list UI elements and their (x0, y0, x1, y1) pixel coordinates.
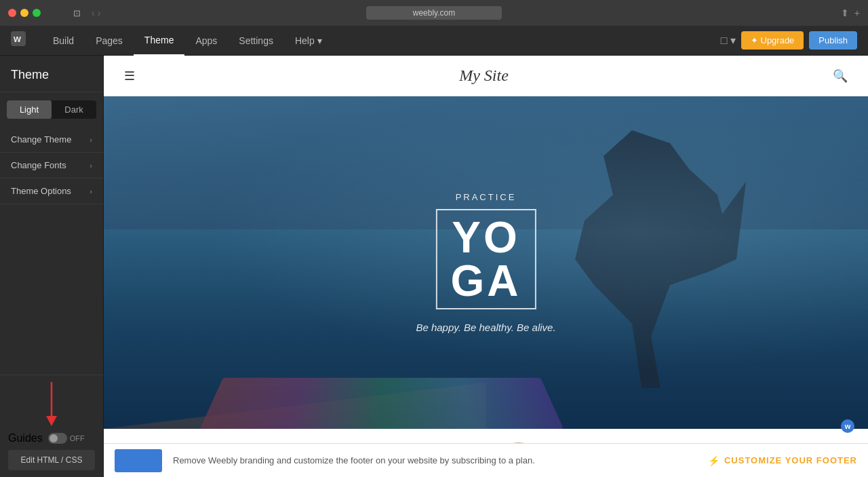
footer-promo-text: Remove Weebly branding and customize the… (173, 455, 697, 465)
footer-promo-bar: Remove Weebly branding and customize the… (104, 443, 868, 477)
theme-options-item[interactable]: Theme Options › (0, 178, 103, 204)
nav-help[interactable]: Help ▾ (284, 26, 333, 56)
upgrade-button[interactable]: ✦ Upgrade (741, 31, 804, 50)
nav-build[interactable]: Build (42, 26, 85, 56)
chevron-right-icon: › (90, 161, 92, 170)
guides-toggle[interactable]: OFF (48, 433, 85, 444)
chevron-right-icon: › (90, 136, 92, 144)
appbar-right: □ ▾ ✦ Upgrade Publish (721, 31, 857, 50)
change-fonts-item[interactable]: Change Fonts › (0, 153, 103, 178)
hero-practice-label: PRACTICE (416, 192, 555, 202)
nav-apps[interactable]: Apps (184, 26, 228, 56)
theme-light-button[interactable]: Light (7, 100, 52, 119)
traffic-lights (8, 9, 41, 17)
navigation-arrows: ‹ › (92, 7, 100, 18)
toggle-dot[interactable] (48, 433, 67, 444)
customize-footer-label: CUSTOMIZE YOUR FOOTER (724, 455, 857, 465)
forward-button[interactable]: › (98, 7, 101, 18)
sidebar-menu: Change Theme › Change Fonts › Theme Opti… (0, 127, 103, 375)
svg-text:w: w (13, 33, 21, 44)
toggle-off-label: OFF (70, 434, 85, 442)
sidebar: Theme Light Dark Change Theme › Change F… (0, 56, 104, 477)
weebly-logo: w (11, 31, 26, 50)
url-bar[interactable]: weebly.com (366, 6, 502, 20)
svg-marker-3 (46, 416, 57, 426)
sidebar-title: Theme (0, 56, 103, 92)
appbar: w Build Pages Theme Apps Settings Help ▾… (0, 26, 868, 56)
sidebar-bottom: Guides OFF Edit HTML / CSS (0, 375, 103, 477)
titlebar-actions: ⬆ + (841, 7, 860, 18)
change-fonts-label: Change Fonts (11, 160, 66, 170)
theme-options-label: Theme Options (11, 186, 71, 196)
theme-dark-button[interactable]: Dark (52, 100, 96, 119)
hero-section: PRACTICE YOGA Be happy. Be healthy. Be a… (104, 96, 868, 429)
site-logo: My Site (459, 66, 509, 85)
add-tab-icon[interactable]: + (854, 7, 860, 18)
share-icon[interactable]: ⬆ (841, 7, 849, 18)
guides-label: Guides (8, 432, 43, 444)
titlebar-center: weebly.com (366, 6, 502, 20)
customize-footer-button[interactable]: ⚡ CUSTOMIZE YOUR FOOTER (708, 455, 857, 466)
sidebar-toggle-icon[interactable]: ⊡ (73, 8, 81, 18)
close-window-button[interactable] (8, 9, 16, 17)
nav-settings[interactable]: Settings (228, 26, 284, 56)
site-header: ☰ My Site 🔍 (104, 56, 868, 96)
titlebar: ⊡ ‹ › weebly.com ⬆ + (0, 0, 868, 26)
hamburger-icon[interactable]: ☰ (124, 69, 135, 83)
chevron-right-icon: › (90, 187, 92, 195)
back-button[interactable]: ‹ (92, 7, 95, 18)
minimize-window-button[interactable] (20, 9, 28, 17)
preview-area: ☰ My Site 🔍 PRACTICE YOGA (104, 56, 868, 477)
hero-yoga-box: YOGA (436, 209, 536, 309)
hero-yoga-text: YOGA (451, 216, 521, 303)
hero-content: PRACTICE YOGA Be happy. Be healthy. Be a… (416, 192, 555, 333)
edit-html-button[interactable]: Edit HTML / CSS (8, 450, 95, 470)
hero-tagline: Be happy. Be healthy. Be alive. (416, 322, 555, 333)
change-theme-item[interactable]: Change Theme › (0, 127, 103, 153)
red-arrow-indicator (8, 382, 95, 430)
theme-toggle: Light Dark (7, 100, 96, 119)
publish-button[interactable]: Publish (809, 31, 857, 50)
change-theme-label: Change Theme (11, 134, 71, 145)
device-selector[interactable]: □ ▾ (721, 34, 736, 47)
main-layout: Theme Light Dark Change Theme › Change F… (0, 56, 868, 477)
maximize-window-button[interactable] (33, 9, 41, 17)
weebly-logo-placeholder (115, 449, 162, 472)
guides-row: Guides OFF (8, 432, 95, 444)
site-search-icon[interactable]: 🔍 (833, 69, 848, 83)
nav-theme[interactable]: Theme (134, 26, 185, 56)
nav-pages[interactable]: Pages (85, 26, 134, 56)
main-nav: Build Pages Theme Apps Settings Help ▾ (42, 26, 721, 56)
weebly-help-badge[interactable]: w (841, 419, 854, 433)
lightning-icon: ⚡ (708, 455, 720, 466)
